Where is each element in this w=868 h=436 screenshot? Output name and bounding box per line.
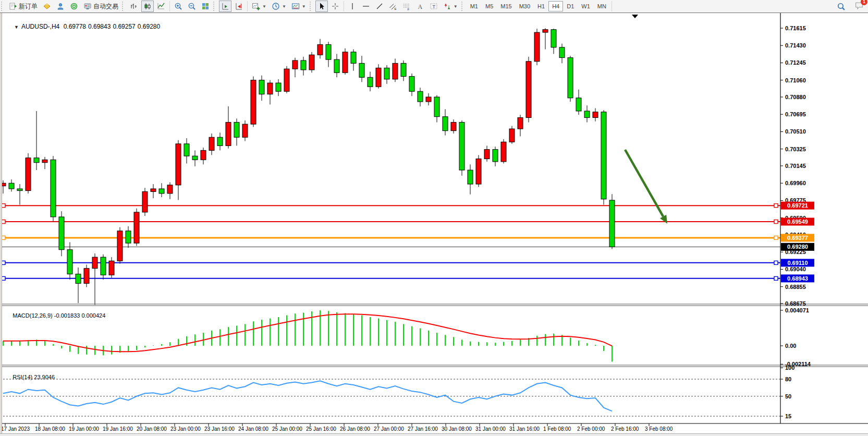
axis-tick-label: 0.70695 (785, 111, 806, 117)
hline-handle[interactable] (774, 236, 778, 239)
candle-body (276, 83, 281, 91)
tf-w1-button[interactable]: W1 (578, 1, 594, 11)
signals-button[interactable] (68, 1, 80, 12)
horizontal-line-button[interactable] (360, 1, 372, 12)
candle-body (359, 63, 364, 77)
axis-tick-label: 0.70880 (785, 94, 806, 100)
arrows-dropdown[interactable]: ▼ (441, 1, 460, 12)
svg-text:T: T (432, 4, 435, 9)
auto-scroll-button[interactable] (219, 1, 231, 12)
toolbar-right: 1 (834, 1, 864, 13)
close-value: 0.69280 (138, 23, 160, 30)
candle-body (351, 52, 356, 64)
rsi-indicator-name: RSI(14) (13, 374, 32, 380)
candle-body (518, 118, 523, 129)
chevron-down-icon: ▼ (454, 4, 458, 9)
chevron-down-icon: ▼ (282, 4, 286, 9)
search-button[interactable] (835, 1, 848, 13)
hline-handle[interactable] (2, 204, 5, 208)
auto-trading-icon (83, 2, 92, 10)
macd-indicator-name: MACD(12,26,9) (13, 312, 52, 319)
gold-icon (43, 2, 51, 10)
time-tick-label: 31 Jan 00:00 (475, 426, 506, 432)
label-button[interactable]: T (427, 1, 440, 12)
axis-tick-label: 0.70145 (785, 163, 806, 169)
symbol-dropdown-icon[interactable]: ▼ (14, 25, 19, 30)
hline-handle[interactable] (2, 220, 5, 224)
hline-handle[interactable] (2, 261, 5, 264)
hline-handle[interactable] (2, 276, 5, 280)
tf-m30-button[interactable]: M30 (516, 1, 534, 11)
hline-handle[interactable] (774, 276, 778, 280)
time-tick-label: 27 Jan 00:00 (374, 426, 404, 432)
candle-body (309, 55, 314, 70)
candle-body (534, 32, 540, 62)
candle-body (17, 189, 22, 191)
crosshair-button[interactable] (329, 1, 341, 12)
time-tick-label: 23 Jan 00:00 (170, 426, 201, 432)
hline-handle[interactable] (774, 220, 778, 224)
candle-body (543, 30, 548, 32)
candle-body (251, 80, 256, 124)
label-icon: T (430, 2, 438, 10)
candle-body (584, 111, 590, 118)
new-chart-icon (252, 2, 260, 10)
candle-body (109, 261, 114, 275)
tf-mn-button[interactable]: MN (594, 1, 610, 11)
community-button[interactable] (54, 1, 67, 12)
candle-body (192, 156, 198, 160)
chart-area[interactable]: 0.716150.714300.712450.710600.708800.706… (0, 13, 868, 436)
cursor-button[interactable] (315, 1, 328, 12)
tf-h4-button[interactable]: H4 (548, 1, 563, 11)
candle-body (393, 63, 398, 79)
line-chart-button[interactable] (155, 1, 167, 12)
trendline-button[interactable] (373, 1, 386, 12)
time-tick-label: 2 Feb 00:00 (577, 426, 605, 432)
hline-handle[interactable] (774, 261, 778, 264)
tf-m15-button[interactable]: M15 (497, 1, 515, 11)
time-tick-label: 31 Jan 16:00 (509, 426, 540, 432)
candle-body (59, 217, 64, 250)
hline-handle[interactable] (774, 204, 778, 208)
channel-button[interactable]: E (387, 1, 399, 12)
tile-windows-button[interactable] (199, 1, 212, 12)
high-value: 0.69843 (88, 23, 111, 30)
candle-body (526, 62, 531, 118)
bar-chart-button[interactable] (128, 1, 140, 12)
timeframe-group: M1M5M15M30H1H4D1W1MN (467, 1, 610, 11)
candle-body (226, 122, 231, 146)
new-order-button[interactable]: 新订单 (7, 1, 40, 13)
period-dropdown[interactable]: ▼ (270, 1, 288, 12)
tf-m1-button[interactable]: M1 (467, 1, 482, 11)
chart-shift-button[interactable] (233, 1, 245, 12)
chart-canvas[interactable]: 0.716150.714300.712450.710600.708800.706… (0, 13, 868, 436)
zoom-in-button[interactable] (172, 1, 185, 12)
tf-d1-button[interactable]: D1 (563, 1, 578, 11)
price-badge-label: 0.69280 (787, 244, 808, 250)
candle-body (334, 59, 339, 72)
candle-body (126, 231, 131, 243)
market-watch-button[interactable] (41, 1, 53, 12)
chart-shift-icon (235, 2, 243, 10)
new-chart-dropdown[interactable]: ▼ (250, 1, 268, 12)
template-dropdown[interactable]: ▼ (289, 1, 308, 12)
axis-tick-label: 0.71060 (785, 77, 806, 83)
tf-m5-button[interactable]: M5 (482, 1, 497, 11)
text-button[interactable]: A (414, 1, 426, 12)
toolbar-grip (310, 2, 314, 11)
candle-body (451, 122, 456, 130)
vertical-line-button[interactable] (346, 1, 359, 12)
auto-trading-button[interactable]: 自动交易 (81, 1, 120, 13)
toolbar-grip (461, 2, 466, 11)
candle-chart-button[interactable] (141, 1, 154, 12)
fibonacci-button[interactable]: F (400, 1, 413, 12)
candle-body (151, 189, 156, 191)
hline-handle[interactable] (2, 236, 5, 239)
low-value: 0.69257 (113, 23, 135, 30)
zoom-out-button[interactable] (186, 1, 198, 12)
cursor-icon (317, 2, 326, 10)
notification-badge: 1 (861, 0, 867, 5)
candle-body (509, 129, 515, 142)
notifications-button[interactable]: 1 (854, 1, 864, 12)
tf-h1-button[interactable]: H1 (534, 1, 548, 11)
